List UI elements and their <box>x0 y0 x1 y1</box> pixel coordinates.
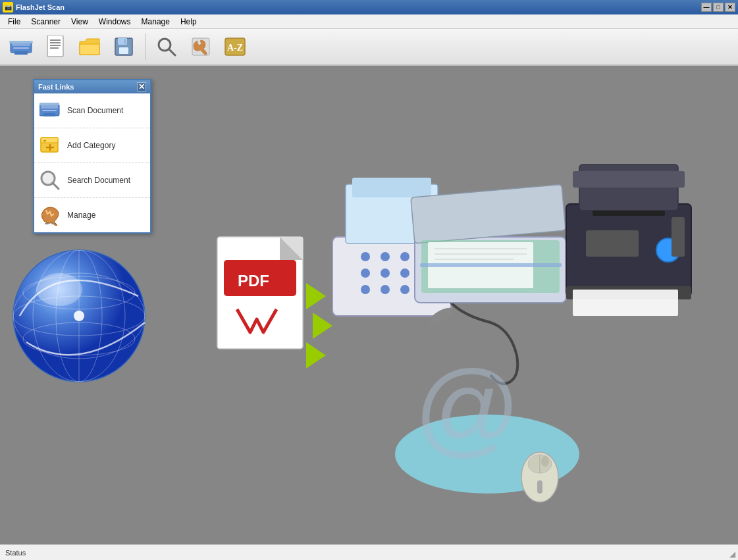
status-text: Status <box>5 549 26 557</box>
svg-point-66 <box>400 285 409 294</box>
svg-marker-51 <box>313 313 332 339</box>
svg-point-57 <box>381 252 390 261</box>
svg-rect-25 <box>41 138 58 143</box>
svg-rect-83 <box>573 290 678 316</box>
menu-manage[interactable]: Manage <box>136 16 175 28</box>
fast-link-scan[interactable]: Scan Document <box>34 93 150 128</box>
main-area: Fast Links ✕ Scan Document <box>0 66 738 544</box>
az-toolbar-button[interactable]: A-Z <box>219 31 251 63</box>
svg-rect-5 <box>47 36 63 57</box>
minimize-button[interactable]: — <box>701 3 712 12</box>
fast-link-add-category[interactable]: Add Category <box>34 128 150 163</box>
folder-icon <box>78 38 101 56</box>
svg-point-94 <box>541 456 549 467</box>
svg-rect-4 <box>9 41 33 43</box>
svg-rect-86 <box>593 211 665 216</box>
svg-rect-28 <box>43 140 46 141</box>
search-document-label: Search Document <box>67 176 130 185</box>
az-icon: A-Z <box>224 37 246 57</box>
svg-rect-23 <box>40 103 59 105</box>
svg-point-93 <box>531 456 539 467</box>
svg-line-31 <box>53 183 59 189</box>
svg-rect-33 <box>51 223 55 224</box>
svg-point-58 <box>400 252 409 261</box>
svg-line-15 <box>169 49 175 55</box>
maximize-button[interactable]: □ <box>713 3 724 12</box>
svg-text:PDF: PDF <box>238 272 269 290</box>
window-controls: — □ ✕ <box>701 3 735 12</box>
search-toolbar-button[interactable] <box>151 31 182 63</box>
svg-text:@: @ <box>414 349 521 467</box>
svg-rect-20 <box>41 105 58 109</box>
menu-scanner[interactable]: Scanner <box>26 16 66 28</box>
svg-point-62 <box>400 268 409 278</box>
svg-rect-95 <box>537 480 542 494</box>
tools-toolbar-button[interactable] <box>185 31 217 63</box>
scan-toolbar-button[interactable] <box>5 31 37 63</box>
title-bar: 📷 FlashJet Scan — □ ✕ <box>0 0 738 14</box>
app-title: FlashJet Scan <box>16 3 701 11</box>
toolbar-separator-1 <box>145 34 145 60</box>
scanner-icon <box>9 37 33 57</box>
svg-rect-2 <box>13 47 29 49</box>
svg-rect-81 <box>573 171 685 188</box>
globe-illustration <box>7 243 158 395</box>
svg-point-44 <box>74 311 84 321</box>
manage-link-icon <box>40 205 61 226</box>
save-toolbar-button[interactable] <box>108 31 140 63</box>
document-lines-icon <box>45 36 65 58</box>
scan-link-label: Scan Document <box>67 106 123 115</box>
menu-windows[interactable]: Windows <box>93 16 136 28</box>
svg-point-65 <box>381 285 390 294</box>
svg-point-60 <box>361 268 370 278</box>
resize-handle: ◢ <box>729 549 735 559</box>
svg-rect-13 <box>124 39 126 44</box>
svg-point-61 <box>381 268 390 278</box>
category-link-icon <box>40 135 61 156</box>
close-button[interactable]: ✕ <box>725 3 735 12</box>
app-icon: 📷 <box>3 2 13 13</box>
svg-rect-87 <box>672 217 685 257</box>
fast-links-header: Fast Links ✕ <box>34 80 150 93</box>
svg-point-64 <box>361 285 370 294</box>
menu-view[interactable]: View <box>66 16 93 28</box>
svg-rect-1 <box>12 43 30 46</box>
save-icon <box>114 37 134 57</box>
svg-rect-12 <box>119 47 128 54</box>
menu-bar: File Scanner View Windows Manage Help <box>0 14 738 29</box>
svg-rect-55 <box>352 178 431 197</box>
fast-links-title: Fast Links <box>38 83 74 91</box>
svg-marker-50 <box>306 283 326 309</box>
svg-rect-3 <box>14 51 28 55</box>
svg-point-56 <box>361 252 370 261</box>
fast-links-panel: Fast Links ✕ Scan Document <box>33 79 151 234</box>
svg-rect-22 <box>43 113 55 116</box>
svg-rect-85 <box>586 230 639 257</box>
fast-link-search[interactable]: Search Document <box>34 163 150 198</box>
manage-label: Manage <box>67 211 95 220</box>
search-icon <box>157 37 176 57</box>
svg-rect-78 <box>420 263 562 267</box>
fast-link-manage[interactable]: Manage <box>34 198 150 232</box>
search-link-icon <box>40 170 61 191</box>
add-category-label: Add Category <box>67 141 115 150</box>
text-toolbar-button[interactable] <box>40 31 71 63</box>
fast-links-close-button[interactable]: ✕ <box>137 82 146 91</box>
svg-marker-52 <box>306 342 326 369</box>
status-bar: Status ◢ <box>0 544 738 560</box>
tools-icon <box>191 37 211 57</box>
svg-rect-21 <box>42 110 57 111</box>
svg-text:A-Z: A-Z <box>227 43 243 53</box>
svg-rect-32 <box>45 223 49 224</box>
main-illustration: PDF <box>184 132 711 513</box>
menu-file[interactable]: File <box>3 16 26 28</box>
scan-link-icon <box>40 100 61 121</box>
folder-toolbar-button[interactable] <box>74 31 105 63</box>
toolbar: A-Z <box>0 29 738 66</box>
menu-help[interactable]: Help <box>175 16 202 28</box>
